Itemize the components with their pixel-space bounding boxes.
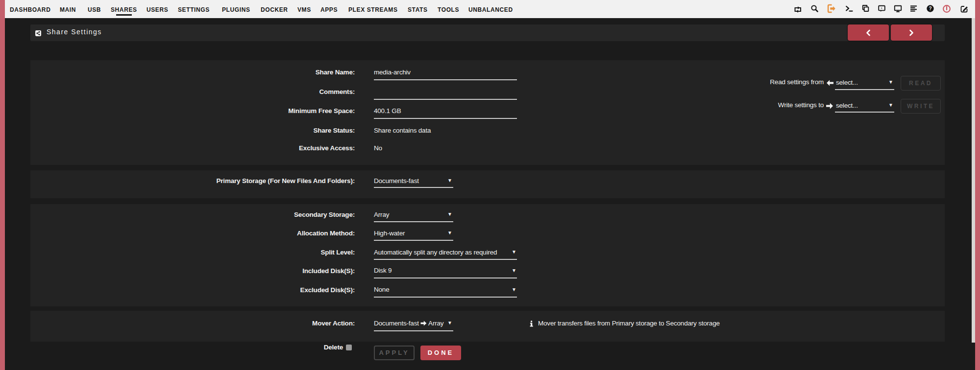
svg-text:?: ? [929,6,931,11]
